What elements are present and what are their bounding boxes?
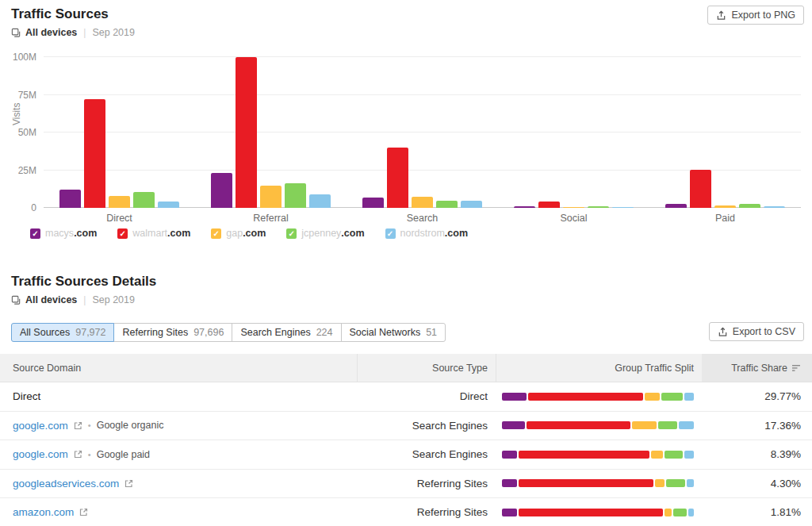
split-segment-gap.com	[655, 479, 665, 487]
bar-referral-jcpenney.com[interactable]	[285, 183, 306, 208]
source-type-cell: Direct	[357, 390, 496, 402]
traffic-share-cell: 1.81%	[702, 506, 812, 518]
tab-social-networks[interactable]: Social Networks51	[341, 323, 446, 342]
legend-checkbox-icon[interactable]: ✓	[211, 228, 221, 239]
split-segment-jcpenney.com	[665, 451, 684, 459]
legend-checkbox-icon[interactable]: ✓	[385, 228, 396, 239]
bar-search-jcpenney.com[interactable]	[436, 201, 458, 209]
table-row: amazon.comReferring Sites1.81%	[0, 498, 812, 526]
tab-referring-sites[interactable]: Referring Sites97,696	[113, 323, 232, 342]
legend-item-nordstrom.com[interactable]: ✓nordstrom.com	[385, 228, 468, 239]
export-to-png-button[interactable]: Export to PNG	[707, 6, 804, 25]
bar-direct-walmart.com[interactable]	[84, 99, 105, 208]
bar-paid-nordstrom.com[interactable]	[764, 206, 785, 208]
bar-social-gap.com[interactable]	[563, 207, 584, 208]
bar-paid-walmart.com[interactable]	[690, 170, 711, 208]
bar-referral-walmart.com[interactable]	[236, 57, 257, 208]
export-to-csv-button[interactable]: Export to CSV	[709, 322, 804, 341]
bar-direct-gap.com[interactable]	[109, 196, 130, 208]
source-domain-link[interactable]: amazon.com	[13, 506, 74, 518]
y-axis-label: Visits	[11, 103, 22, 125]
source-domain-cell: google.com•Google organic	[0, 420, 357, 432]
split-segment-gap.com	[651, 451, 662, 459]
bar-search-macys.com[interactable]	[362, 198, 384, 208]
split-segment-nordstrom.com	[679, 421, 694, 429]
source-domain-link[interactable]: googleadservices.com	[13, 478, 119, 490]
traffic-sources-chart	[44, 57, 801, 208]
split-segment-macys.com	[502, 451, 517, 459]
external-link-icon[interactable]	[74, 450, 82, 459]
external-link-icon[interactable]	[79, 508, 88, 516]
bar-search-nordstrom.com[interactable]	[461, 201, 482, 208]
header-traffic-share[interactable]: Traffic Share	[702, 354, 812, 382]
source-domain-link[interactable]: google.com	[13, 420, 68, 432]
split-segment-jcpenney.com	[666, 479, 685, 487]
header-source-domain: Source Domain	[0, 354, 357, 382]
devices-filter-details[interactable]: All devices	[11, 294, 77, 305]
tab-all-sources[interactable]: All Sources97,972	[11, 323, 114, 342]
bar-social-walmart.com[interactable]	[538, 202, 560, 208]
bar-paid-macys.com[interactable]	[665, 204, 687, 208]
bar-referral-gap.com[interactable]	[260, 186, 282, 208]
external-link-icon[interactable]	[124, 479, 133, 488]
source-type-cell: Search Engines	[357, 448, 496, 460]
bar-search-gap.com[interactable]	[412, 197, 433, 208]
x-axis-labels: DirectReferralSearchSocialPaid	[44, 213, 801, 224]
tab-label: Social Networks	[350, 327, 421, 338]
legend-item-macys.com[interactable]: ✓macys.com	[30, 228, 97, 239]
legend-checkbox-icon[interactable]: ✓	[286, 228, 297, 239]
source-type-tabs: All Sources97,972Referring Sites97,696Se…	[11, 323, 446, 342]
table-row: google.com•Google paidSearch Engines8.39…	[0, 440, 812, 470]
legend-checkbox-icon[interactable]: ✓	[30, 228, 40, 239]
chart-legend: ✓macys.com✓walmart.com✓gap.com✓jcpenney.…	[30, 228, 468, 239]
split-segment-jcpenney.com	[673, 509, 687, 516]
source-domain-cell: googleadservices.com	[0, 478, 357, 490]
bar-referral-macys.com[interactable]	[211, 173, 232, 208]
bar-search-walmart.com[interactable]	[387, 148, 408, 208]
bar-social-jcpenney.com[interactable]	[588, 206, 609, 208]
bar-paid-jcpenney.com[interactable]	[739, 204, 760, 208]
x-axis-label-paid: Paid	[649, 213, 801, 224]
legend-item-jcpenney.com[interactable]: ✓jcpenney.com	[286, 228, 364, 239]
bar-social-nordstrom.com[interactable]	[612, 207, 634, 208]
split-segment-walmart.com	[528, 393, 643, 401]
tab-label: Referring Sites	[122, 327, 188, 338]
bar-referral-nordstrom.com[interactable]	[309, 194, 331, 208]
source-type-cell: Referring Sites	[357, 506, 496, 518]
source-type-cell: Referring Sites	[357, 478, 496, 490]
bar-social-macys.com[interactable]	[514, 206, 535, 208]
split-segment-nordstrom.com	[684, 451, 694, 459]
bar-direct-macys.com[interactable]	[59, 190, 81, 208]
external-link-icon[interactable]	[74, 421, 82, 430]
traffic-sources-details-title: Traffic Sources Details	[11, 274, 156, 290]
traffic-share-cell: 8.39%	[702, 448, 812, 460]
split-segment-macys.com	[502, 479, 517, 487]
legend-item-walmart.com[interactable]: ✓walmart.com	[117, 228, 190, 239]
y-tick-label: 75M	[0, 90, 36, 101]
bar-group-social	[498, 57, 649, 208]
tab-search-engines[interactable]: Search Engines224	[232, 323, 341, 342]
y-tick-label: 100M	[0, 52, 36, 63]
period-filter-details[interactable]: Sep 2019	[92, 294, 135, 305]
bar-direct-jcpenney.com[interactable]	[133, 192, 155, 208]
split-segment-nordstrom.com	[684, 393, 694, 401]
y-tick-label: 0	[0, 202, 36, 213]
traffic-split-bar	[502, 451, 694, 459]
x-axis-label-social: Social	[498, 213, 649, 224]
tab-count: 97,696	[193, 327, 224, 338]
traffic-sources-title: Traffic Sources	[11, 6, 109, 22]
bar-direct-nordstrom.com[interactable]	[158, 202, 179, 208]
bar-paid-gap.com[interactable]	[714, 205, 736, 208]
devices-filter[interactable]: All devices	[11, 27, 77, 38]
bar-group-referral	[195, 57, 347, 208]
split-segment-gap.com	[665, 509, 672, 516]
traffic-split-bar	[502, 421, 694, 429]
legend-item-gap.com[interactable]: ✓gap.com	[211, 228, 266, 239]
split-segment-nordstrom.com	[688, 509, 694, 516]
split-segment-walmart.com	[519, 451, 649, 459]
source-domain-link[interactable]: google.com	[13, 448, 68, 460]
legend-brand: nordstrom	[400, 228, 445, 239]
period-filter[interactable]: Sep 2019	[92, 27, 135, 38]
legend-checkbox-icon[interactable]: ✓	[117, 228, 128, 239]
table-row: DirectDirect29.77%	[0, 382, 812, 412]
